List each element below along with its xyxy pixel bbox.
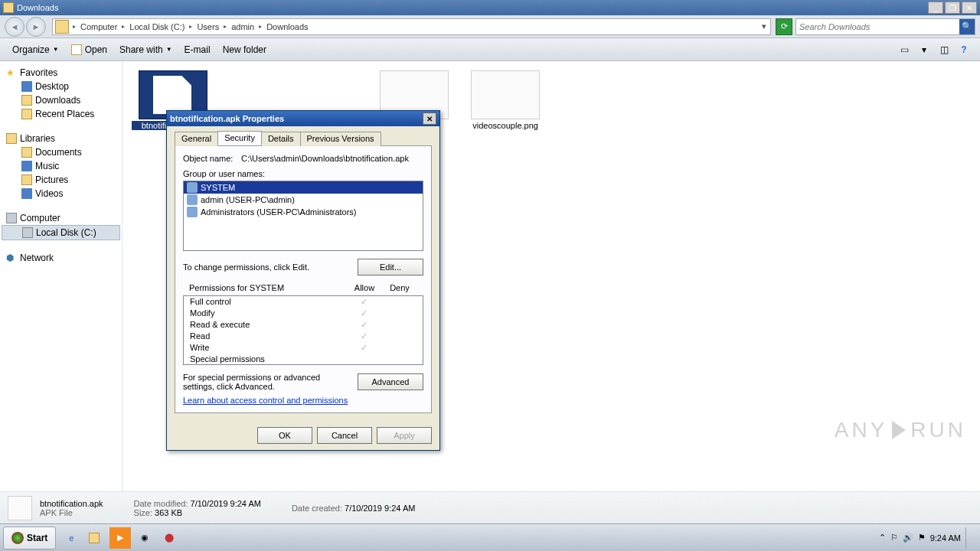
tray-clock[interactable]: 9:24 AM (930, 533, 961, 543)
permission-name: Read (190, 331, 346, 341)
permission-row: Special permissions (184, 354, 423, 364)
start-button[interactable]: Start (3, 527, 56, 549)
users-icon (187, 182, 198, 193)
deny-check-icon (381, 297, 416, 307)
tray-action-icon[interactable]: ⚐ (890, 533, 898, 543)
tray-showdesktop[interactable] (965, 527, 973, 549)
sidebar-local-disk[interactable]: Local Disk (C:) (2, 225, 120, 240)
allow-check-icon (346, 354, 381, 364)
tab-security[interactable]: Security (217, 131, 262, 145)
folder-icon (3, 2, 14, 13)
apply-button[interactable]: Apply (377, 427, 432, 444)
permission-name: Full control (190, 297, 346, 307)
search-input[interactable] (796, 22, 959, 31)
email-button[interactable]: E-mail (178, 38, 217, 60)
breadcrumb-segment[interactable]: Computer (77, 19, 120, 34)
share-menu[interactable]: Share with▼ (113, 38, 178, 60)
cancel-button[interactable]: Cancel (317, 427, 372, 444)
sidebar-videos[interactable]: Videos (0, 187, 122, 201)
permission-row: Read & execute✓ (184, 319, 423, 331)
deny-check-icon (381, 308, 416, 318)
allow-check-icon: ✓ (346, 331, 381, 341)
libraries-header[interactable]: Libraries (0, 132, 122, 145)
taskbar-explorer-icon[interactable] (85, 527, 106, 549)
start-orb-icon (11, 532, 24, 544)
permission-name: Modify (190, 308, 346, 318)
deny-check-icon (381, 343, 416, 353)
dialog-titlebar[interactable]: btnotification.apk Properties ✕ (167, 111, 439, 126)
new-folder-button[interactable]: New folder (217, 38, 273, 60)
taskbar-app-icon[interactable]: ⬤ (158, 527, 180, 549)
breadcrumb-segment[interactable]: Users (194, 19, 222, 34)
search-icon[interactable]: 🔍 (959, 19, 975, 34)
group-item-admin[interactable]: admin (USER-PC\admin) (184, 194, 423, 206)
breadcrumb-segment[interactable]: admin (228, 19, 257, 34)
advanced-hint: For special permissions or advanced sett… (183, 373, 358, 391)
search-box[interactable]: 🔍 (795, 18, 975, 35)
security-panel: Object name: C:\Users\admin\Downloads\bt… (175, 146, 432, 413)
details-filename: btnotification.apk (40, 499, 103, 508)
dialog-title: btnotification.apk Properties (170, 114, 284, 123)
network-header[interactable]: ⬢Network (0, 251, 122, 265)
group-item-administrators[interactable]: Administrators (USER-PC\Administrators) (184, 206, 423, 218)
sidebar-desktop[interactable]: Desktop (0, 80, 122, 93)
file-item[interactable]: videoscouple.png (464, 70, 547, 130)
sidebar-pictures[interactable]: Pictures (0, 173, 122, 187)
tab-general[interactable]: General (175, 132, 218, 146)
tab-details[interactable]: Details (261, 132, 301, 146)
computer-header[interactable]: Computer (0, 211, 122, 225)
taskbar-ie-icon[interactable]: e (60, 527, 82, 549)
view-dropdown-icon[interactable]: ▾ (916, 42, 932, 57)
breadcrumb-dropdown-icon[interactable]: ▾ (758, 21, 770, 31)
allow-check-icon: ✓ (346, 343, 381, 353)
details-thumbnail (8, 496, 32, 520)
advanced-button[interactable]: Advanced (358, 373, 423, 390)
view-mode-button[interactable]: ▭ (897, 42, 912, 57)
command-toolbar: Organize▼ Open Share with▼ E-mail New fo… (0, 38, 980, 61)
permission-row: Write✓ (184, 342, 423, 354)
location-folder-icon (55, 20, 69, 34)
properties-dialog: btnotification.apk Properties ✕ General … (166, 110, 440, 451)
learn-more-link[interactable]: Learn about access control and permissio… (183, 396, 423, 405)
preview-pane-button[interactable]: ◫ (936, 42, 952, 57)
user-icon (187, 194, 198, 205)
groups-listbox[interactable]: SYSTEM admin (USER-PC\admin) Administrat… (183, 181, 423, 251)
dialog-close-button[interactable]: ✕ (423, 112, 436, 125)
sidebar-music[interactable]: Music (0, 159, 122, 173)
taskbar-chrome-icon[interactable]: ◉ (134, 527, 155, 549)
taskbar-media-icon[interactable]: ▶ (109, 527, 131, 549)
sidebar-documents[interactable]: Documents (0, 145, 122, 159)
back-button[interactable]: ◄ (5, 17, 24, 37)
tray-volume-icon[interactable]: 🔊 (903, 533, 913, 543)
tray-expand-icon[interactable]: ⌃ (879, 533, 886, 543)
favorites-header[interactable]: ★Favorites (0, 66, 122, 80)
allow-header: Allow (347, 283, 382, 292)
allow-check-icon: ✓ (346, 320, 381, 330)
organize-menu[interactable]: Organize▼ (6, 38, 65, 60)
breadcrumb[interactable]: ▸ Computer▸ Local Disk (C:)▸ Users▸ admi… (52, 18, 771, 35)
breadcrumb-segment[interactable]: Downloads (263, 19, 311, 34)
minimize-button[interactable]: _ (928, 2, 943, 14)
sidebar-downloads[interactable]: Downloads (0, 93, 122, 107)
edit-button[interactable]: Edit... (358, 259, 423, 276)
system-tray: ⌃ ⚐ 🔊 ⚑ 9:24 AM (872, 527, 980, 549)
tray-flag-icon[interactable]: ⚑ (918, 533, 926, 543)
details-pane: btnotification.apk APK File Date modifie… (0, 491, 980, 523)
permission-name: Read & execute (190, 320, 346, 330)
help-button[interactable]: ? (956, 42, 972, 57)
details-filetype: APK File (40, 508, 103, 517)
sidebar-recent[interactable]: Recent Places (0, 107, 122, 121)
object-name-label: Object name: (183, 154, 241, 163)
maximize-button[interactable]: ❐ (945, 2, 960, 14)
tab-previous-versions[interactable]: Previous Versions (300, 132, 381, 146)
forward-button[interactable]: ► (26, 17, 46, 37)
ok-button[interactable]: OK (257, 427, 312, 444)
watermark: ANYRUN (835, 418, 966, 442)
close-button[interactable]: ✕ (962, 2, 977, 14)
groups-label: Group or user names: (183, 169, 423, 178)
group-item-system[interactable]: SYSTEM (184, 181, 423, 194)
deny-header: Deny (382, 283, 417, 292)
breadcrumb-segment[interactable]: Local Disk (C:) (126, 19, 188, 34)
refresh-button[interactable]: ⟳ (776, 18, 792, 35)
open-button[interactable]: Open (65, 38, 113, 60)
